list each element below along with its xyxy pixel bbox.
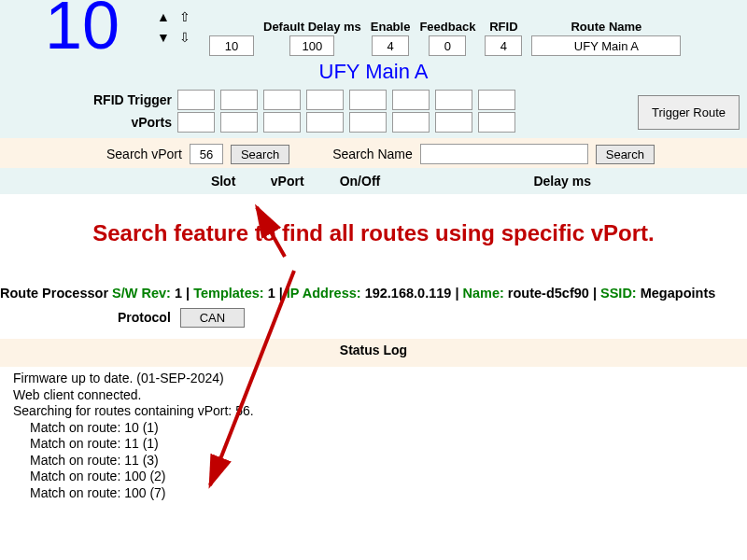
proc-tpl-label: Templates: [193, 286, 263, 301]
annotation-text: Search feature to find all routes using … [0, 220, 747, 246]
proc-ip: 192.168.0.119 [361, 286, 456, 301]
vport-2[interactable] [220, 112, 258, 133]
default-delay-input[interactable] [289, 35, 334, 56]
feedback-label: Feedback [419, 6, 475, 34]
vports-label: vPorts [7, 115, 172, 130]
processor-info: Route Processor S/W Rev: 1 | Templates: … [0, 284, 747, 302]
protocol-button[interactable]: CAN [180, 308, 245, 328]
column-headers: Slot vPort On/Off Delay ms [0, 168, 747, 194]
rfid-trigger-2[interactable] [220, 90, 258, 110]
rfid-input[interactable] [485, 35, 522, 56]
value-input[interactable] [209, 35, 254, 56]
proc-ssid: Megapoints [637, 286, 716, 301]
rfid-label: RFID [489, 6, 517, 34]
col-delay: Delay ms [533, 174, 590, 189]
enable-input[interactable] [372, 35, 409, 56]
route-number: 10 [7, 6, 138, 46]
rfid-trigger-5[interactable] [349, 90, 387, 110]
protocol-row: Protocol CAN [0, 302, 747, 331]
protocol-label: Protocol [118, 310, 171, 325]
search-vport-label: Search vPort [106, 147, 182, 161]
triangle-down-icon[interactable]: ▼ [157, 30, 170, 45]
rfid-trigger-8[interactable] [478, 90, 515, 110]
log-match: Match on route: 10 (1) [13, 420, 734, 437]
log-line: Web client connected. [13, 387, 734, 404]
top-panel: 10 ▲ ⇧ ▼ ⇩ Default Delay ms Enable [0, 0, 747, 138]
log-match: Match on route: 11 (1) [13, 436, 734, 453]
col-vport: vPort [271, 174, 336, 189]
col-slot: Slot [211, 174, 267, 189]
proc-prefix: Route Processor [0, 286, 112, 301]
search-name-button[interactable]: Search [596, 145, 655, 164]
route-name-label: Route Name [571, 6, 641, 34]
log-match: Match on route: 100 (2) [13, 469, 734, 485]
vport-8[interactable] [478, 112, 515, 133]
vport-6[interactable] [392, 112, 430, 133]
vport-7[interactable] [435, 112, 472, 133]
vport-3[interactable] [263, 112, 301, 133]
rfid-trigger-1[interactable] [177, 90, 215, 110]
triangle-up-icon[interactable]: ▲ [157, 9, 170, 24]
feedback-input[interactable] [429, 35, 466, 56]
proc-name: route-d5cf90 [504, 286, 593, 301]
proc-sw: 1 [171, 286, 186, 301]
rfid-trigger-7[interactable] [435, 90, 472, 110]
search-bar: Search vPort Search Search Name Search [0, 138, 747, 168]
log-match: Match on route: 100 (7) [13, 485, 734, 502]
proc-tpl: 1 [264, 286, 279, 301]
default-delay-label: Default Delay ms [263, 6, 361, 34]
rfid-trigger-label: RFID Trigger [7, 92, 172, 107]
rfid-trigger-inputs [177, 90, 515, 110]
rfid-trigger-6[interactable] [392, 90, 430, 110]
vports-inputs [177, 112, 515, 133]
log-line: Firmware up to date. (01-SEP-2024) [13, 371, 734, 387]
vport-1[interactable] [177, 112, 215, 133]
route-title: UFY Main A [7, 60, 740, 84]
rfid-trigger-4[interactable] [306, 90, 344, 110]
proc-sw-label: S/W Rev: [112, 286, 171, 301]
vport-4[interactable] [306, 112, 344, 133]
proc-name-label: Name: [463, 286, 504, 301]
blank-label [230, 6, 233, 34]
arrow-up-icon[interactable]: ⇧ [179, 9, 190, 24]
search-name-input[interactable] [420, 144, 588, 164]
log-match: Match on route: 11 (3) [13, 453, 734, 469]
route-name-input[interactable] [531, 35, 681, 56]
rfid-trigger-3[interactable] [263, 90, 301, 110]
search-name-label: Search Name [332, 147, 413, 161]
search-vport-input[interactable] [190, 144, 223, 164]
vport-5[interactable] [349, 112, 387, 133]
status-log-header: Status Log [0, 339, 747, 367]
arrow-down-icon[interactable]: ⇩ [179, 30, 190, 45]
log-line: Searching for routes containing vPort: 5… [13, 403, 734, 420]
proc-ssid-label: SSID: [600, 286, 637, 301]
status-log: Firmware up to date. (01-SEP-2024) Web c… [0, 367, 747, 505]
enable-label: Enable [371, 6, 411, 34]
search-vport-button[interactable]: Search [231, 145, 289, 164]
proc-ip-label: IP Address: [287, 286, 361, 301]
col-onoff: On/Off [340, 174, 424, 189]
trigger-route-button[interactable]: Trigger Route [638, 95, 740, 130]
sort-arrows: ▲ ⇧ ▼ ⇩ [146, 6, 202, 45]
